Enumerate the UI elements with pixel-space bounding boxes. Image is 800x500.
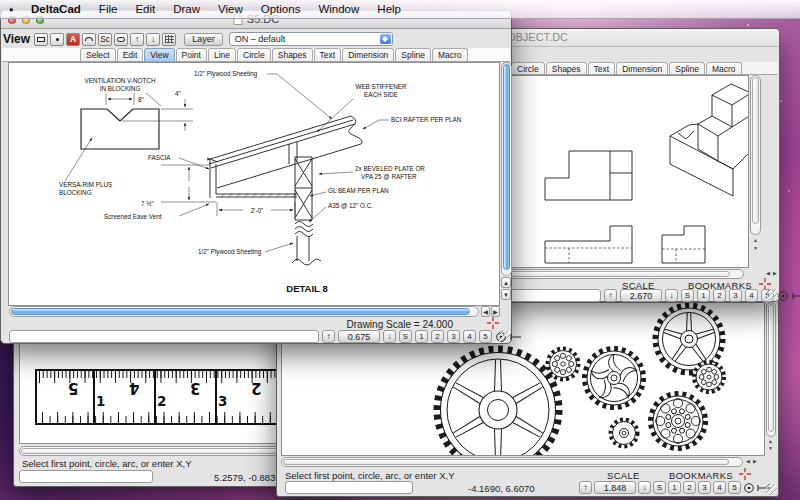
command-input[interactable] — [19, 470, 153, 483]
scroll-right-arrow[interactable]: ▶ — [753, 459, 757, 464]
bookmark-4-button[interactable]: 4 — [745, 289, 758, 302]
scrollbar-thumb[interactable] — [768, 304, 774, 432]
command-input[interactable] — [285, 481, 413, 494]
tab-select[interactable]: Select — [80, 48, 116, 61]
bookmark-1-button[interactable]: 1 — [668, 481, 681, 494]
layer-select[interactable]: ON – default — [229, 32, 393, 46]
tab-spline[interactable]: Spline — [669, 62, 705, 74]
bookmark-set-button[interactable]: S — [653, 481, 666, 494]
scrollbar-thumb[interactable] — [283, 459, 729, 465]
zoom-in-button[interactable]: ↑ — [604, 289, 617, 302]
bookmark-set-button[interactable]: S — [399, 330, 412, 343]
resize-grip[interactable] — [766, 484, 777, 495]
bookmark-2-button[interactable]: 2 — [683, 481, 696, 494]
bookmark-3-button[interactable]: 3 — [447, 330, 460, 343]
horizontal-scrollbar[interactable] — [281, 457, 743, 467]
menu-app-name[interactable]: DeltaCad — [22, 0, 90, 18]
scroll-up-arrow[interactable]: ▲ — [501, 277, 511, 288]
bookmark-4-button[interactable]: 4 — [713, 481, 726, 494]
tab-circle[interactable]: Circle — [237, 48, 271, 61]
scale-tool-button[interactable]: Sc — [98, 33, 112, 46]
tab-dimension[interactable]: Dimension — [616, 62, 668, 74]
scroll-left-arrow[interactable]: ◀ — [481, 306, 490, 317]
scroll-up-arrow[interactable]: ▲ — [768, 439, 773, 444]
tab-circle[interactable]: Circle — [511, 62, 545, 74]
tab-text[interactable]: Text — [588, 62, 616, 74]
zoom-out-button[interactable]: ↓ — [638, 481, 651, 494]
scroll-left-arrow[interactable]: ◀ — [746, 459, 750, 464]
zoom-out-button[interactable]: ↓ — [665, 289, 678, 302]
zoom-out-button[interactable]: ↓ — [383, 330, 396, 343]
resize-grip[interactable] — [499, 331, 510, 342]
bookmark-1-button[interactable]: 1 — [415, 330, 428, 343]
scroll-down-arrow[interactable]: ▼ — [501, 289, 511, 300]
bookmark-set-button[interactable]: S — [681, 289, 694, 302]
command-input[interactable] — [9, 330, 319, 343]
vertical-scrollbar[interactable] — [501, 62, 512, 276]
tab-spline[interactable]: Spline — [395, 48, 431, 61]
tab-shapes[interactable]: Shapes — [546, 62, 587, 74]
web-stiffener-label-1: WEB STIFFENER — [355, 83, 407, 90]
tab-shapes[interactable]: Shapes — [272, 48, 313, 61]
scale-value[interactable]: 0.675 — [338, 330, 380, 343]
menu-edit[interactable]: Edit — [126, 0, 164, 18]
vertical-scrollbar[interactable] — [750, 75, 761, 235]
bookmark-5-button[interactable]: 5 — [728, 481, 741, 494]
bookmark-2-button[interactable]: 2 — [431, 330, 444, 343]
grid-toggle-button[interactable] — [162, 33, 176, 46]
bookmark-5-button[interactable]: 5 — [479, 330, 492, 343]
scroll-up-arrow[interactable]: ▲ — [753, 238, 758, 243]
bookmark-2-button[interactable]: 2 — [713, 289, 726, 302]
zoom-in-button[interactable]: ↑ — [130, 33, 144, 46]
detail-drawing-canvas[interactable]: 8" 4" VENTILATION V-NOTCH IN BLOCKING 1/… — [8, 62, 500, 306]
dropdown-stepper-icon[interactable] — [380, 34, 391, 44]
scrollbar-thumb[interactable] — [503, 64, 510, 270]
tab-macro[interactable]: Macro — [706, 62, 742, 74]
tab-point[interactable]: Point — [176, 48, 207, 61]
zoom-in-button[interactable]: ↑ — [579, 481, 592, 494]
rounded-rect-tool-button[interactable] — [114, 33, 128, 46]
tab-text[interactable]: Text — [314, 48, 342, 61]
bookmark-3-button[interactable]: 3 — [729, 289, 742, 302]
scrollbar-thumb[interactable] — [752, 77, 759, 224]
tab-line[interactable]: Line — [208, 48, 236, 61]
scroll-right-arrow[interactable]: ▶ — [491, 306, 500, 317]
menu-options[interactable]: Options — [252, 0, 310, 18]
vertical-scrollbar[interactable] — [766, 302, 776, 437]
tab-dimension[interactable]: Dimension — [342, 48, 394, 61]
menu-file[interactable]: File — [90, 0, 127, 18]
menu-help[interactable]: Help — [368, 0, 410, 18]
tab-edit[interactable]: Edit — [117, 48, 144, 61]
layer-select-value: ON – default — [235, 34, 286, 44]
scroll-down-arrow[interactable]: ▼ — [768, 446, 773, 451]
layer-button[interactable]: Layer — [184, 33, 223, 46]
tab-view[interactable]: View — [144, 48, 174, 61]
bookmark-1-button[interactable]: 1 — [697, 289, 710, 302]
bookmark-3-button[interactable]: 3 — [698, 481, 711, 494]
rectangle-tool-button[interactable] — [34, 33, 48, 46]
zoom-out-button[interactable]: ↓ — [146, 33, 160, 46]
point-icon — [56, 38, 59, 41]
arc-tool-button[interactable] — [82, 33, 96, 46]
scale-value[interactable]: 1.848 — [594, 481, 636, 494]
menu-draw[interactable]: Draw — [164, 0, 209, 18]
scroll-right-arrow[interactable]: ▶ — [773, 271, 777, 276]
apple-menu[interactable] — [0, 0, 22, 18]
menu-window[interactable]: Window — [309, 0, 368, 18]
scale-value[interactable]: 2.670 — [620, 289, 662, 302]
apple-logo-icon — [9, 3, 13, 16]
gear-small-holes-right — [694, 362, 724, 392]
bookmarks-label: BOOKMARKS — [669, 470, 733, 481]
zoom-in-button[interactable]: ↑ — [322, 330, 335, 343]
text-color-button[interactable]: A — [66, 33, 80, 46]
scrollbar-thumb[interactable] — [11, 308, 470, 315]
scroll-down-arrow[interactable]: ▼ — [753, 246, 758, 251]
ruler-number: 5 — [68, 379, 78, 397]
tab-macro[interactable]: Macro — [432, 48, 468, 61]
scroll-left-arrow[interactable]: ◀ — [766, 271, 770, 276]
menu-view[interactable]: View — [209, 0, 252, 18]
resize-grip[interactable] — [767, 289, 778, 300]
point-tool-button[interactable] — [50, 33, 64, 46]
horizontal-scrollbar[interactable] — [9, 306, 479, 317]
bookmark-4-button[interactable]: 4 — [463, 330, 476, 343]
